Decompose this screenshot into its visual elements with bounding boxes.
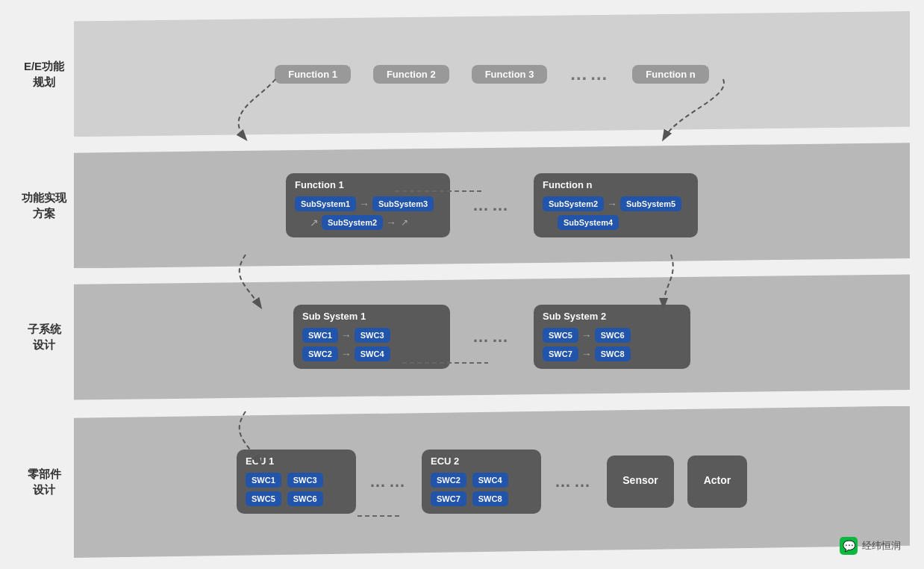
actor-group: Actor (687, 455, 747, 508)
function1-title: Function 1 (295, 179, 441, 190)
layers-stack: E/E功能 规划 Function 1 Function 2 Function … (14, 8, 910, 561)
band-layer4: ECU 1 SWC1 SWC5 SWC3 SWC6 (74, 403, 910, 561)
ecu1-swc3: SWC3 (287, 473, 323, 488)
functionn-inner: SubSystem2 → SubSystem5 SubSystem4 (543, 196, 689, 230)
layer-row-3: 子系统 设计 Sub System 1 SWC1 → SWC3 (14, 271, 910, 402)
layer-row-4: 零部件 设计 ECU 1 SWC1 SWC5 SWC3 (14, 403, 910, 561)
sensor-title: Sensor (622, 474, 658, 486)
subsystem2b-btn: SubSystem2 (543, 196, 604, 211)
subsystem1-group: Sub System 1 SWC1 → SWC3 SWC2 → SWC4 (293, 305, 450, 369)
subsystem2-group: Sub System 2 SWC5 → SWC6 SWC7 → SWC8 (534, 305, 690, 369)
subsystem1-rows: SWC1 → SWC3 SWC2 → SWC4 (302, 328, 441, 361)
function1-group: Function 1 SubSystem1 → SubSystem3 ↗ Sub… (286, 173, 450, 237)
ss2-row2: SWC7 → SWC8 (543, 346, 681, 361)
dots-top: …… (569, 63, 610, 84)
ss2-arrow1: → (581, 329, 592, 341)
subsystem4-btn: SubSystem4 (558, 215, 619, 230)
dots-layer2: …… (472, 196, 511, 215)
ss1-row2: SWC2 → SWC4 (302, 346, 441, 361)
function1-inner: SubSystem1 → SubSystem3 ↗ SubSystem2 → ↗ (295, 196, 441, 230)
arrow3: → (386, 217, 396, 228)
functionn-row1: SubSystem2 → SubSystem5 (543, 196, 689, 211)
subsystem1-btn: SubSystem1 (295, 196, 356, 211)
ecu1-col1: SWC1 SWC5 (246, 473, 281, 506)
swc8-btn: SWC8 (595, 346, 631, 361)
ecu1-col2: SWC3 SWC6 (287, 473, 323, 506)
ecu2-col2: SWC4 SWC8 (472, 473, 508, 506)
arrow2: ↗ (310, 217, 319, 228)
band-content-2: Function 1 SubSystem1 → SubSystem3 ↗ Sub… (74, 140, 910, 271)
layer-label-1: E/E功能 规划 (14, 58, 74, 90)
ecu2-swc2: SWC2 (431, 473, 466, 488)
function1-row1: SubSystem1 → SubSystem3 (295, 196, 441, 211)
sensor-group: Sensor (607, 455, 674, 508)
ecu2-swc8: SWC8 (472, 491, 508, 506)
actor-title: Actor (704, 474, 731, 486)
ecu2-swc4: SWC4 (472, 473, 508, 488)
subsystem5-btn: SubSystem5 (620, 196, 681, 211)
ecu1-cols: SWC1 SWC5 SWC3 SWC6 (246, 473, 347, 506)
subsystem2-rows: SWC5 → SWC6 SWC7 → SWC8 (543, 328, 681, 361)
ecu1-group: ECU 1 SWC1 SWC5 SWC3 SWC6 (237, 450, 356, 514)
subsystem2-btn: SubSystem2 (322, 215, 383, 230)
ecu2-swc7: SWC7 (431, 491, 466, 506)
layer-label-4: 零部件 设计 (14, 466, 74, 497)
func-box-1: Function 1 (275, 65, 351, 84)
swc4-btn: SWC4 (355, 346, 390, 361)
dots-layer3: …… (472, 327, 511, 346)
func-box-3: Function 3 (472, 65, 548, 84)
wechat-icon: 💬 (840, 537, 858, 555)
dots-layer4a: …… (369, 472, 408, 491)
swc3-btn: SWC3 (355, 328, 390, 343)
arrow4: ↗ (401, 217, 408, 228)
ss2-row1: SWC5 → SWC6 (543, 328, 681, 343)
swc6-btn: SWC6 (595, 328, 631, 343)
ss1-arrow1: → (341, 329, 352, 341)
layer-label-2: 功能实现 方案 (14, 190, 74, 221)
func-box-n: Function n (632, 65, 708, 84)
swc2-btn: SWC2 (302, 346, 338, 361)
ss1-row1: SWC1 → SWC3 (302, 328, 441, 343)
ecu2-cols: SWC2 SWC7 SWC4 SWC8 (431, 473, 532, 506)
layer-row-2: 功能实现 方案 Function 1 SubSystem1 → SubSyste… (14, 140, 910, 271)
ecu2-group: ECU 2 SWC2 SWC7 SWC4 SWC8 (422, 450, 541, 514)
functionn-group: Function n SubSystem2 → SubSystem5 SubSy… (534, 173, 698, 237)
diagram-container: E/E功能 规划 Function 1 Function 2 Function … (14, 8, 910, 561)
function1-row2: ↗ SubSystem2 → ↗ (310, 215, 441, 230)
ecu1-title: ECU 1 (246, 455, 347, 467)
ecu1-swc1: SWC1 (246, 473, 281, 488)
band-layer2: Function 1 SubSystem1 → SubSystem3 ↗ Sub… (74, 140, 910, 271)
ss2-arrow2: → (581, 348, 592, 360)
watermark: 💬 经纬恒润 (840, 537, 901, 555)
arrow1: → (359, 198, 369, 210)
swc5-btn: SWC5 (543, 328, 578, 343)
band-content-4: ECU 1 SWC1 SWC5 SWC3 SWC6 (74, 403, 910, 561)
band-content-3: Sub System 1 SWC1 → SWC3 SWC2 → SWC4 (74, 271, 910, 402)
subsystem2-group-title: Sub System 2 (543, 311, 681, 322)
ecu2-title: ECU 2 (431, 455, 532, 467)
ecu2-col1: SWC2 SWC7 (431, 473, 466, 506)
layer-row-1: E/E功能 规划 Function 1 Function 2 Function … (14, 8, 910, 140)
functionn-title: Function n (543, 179, 689, 190)
subsystem3-btn: SubSystem3 (372, 196, 434, 211)
arrow5: → (607, 198, 617, 210)
band-layer1: Function 1 Function 2 Function 3 …… Func… (74, 8, 910, 140)
band-content-1: Function 1 Function 2 Function 3 …… Func… (74, 8, 910, 140)
subsystem1-group-title: Sub System 1 (302, 311, 441, 322)
ss1-arrow2: → (341, 348, 352, 360)
watermark-text: 经纬恒润 (862, 539, 901, 553)
functionn-row2: SubSystem4 (558, 215, 689, 230)
layer-label-3: 子系统 设计 (14, 321, 74, 352)
ecu1-swc5: SWC5 (246, 491, 281, 506)
dots-layer4b: …… (555, 472, 593, 491)
band-layer3: Sub System 1 SWC1 → SWC3 SWC2 → SWC4 (74, 271, 910, 402)
func-box-2: Function 2 (373, 65, 449, 84)
ecu1-swc6: SWC6 (287, 491, 323, 506)
swc1-btn: SWC1 (302, 328, 338, 343)
swc7-btn: SWC7 (543, 346, 578, 361)
